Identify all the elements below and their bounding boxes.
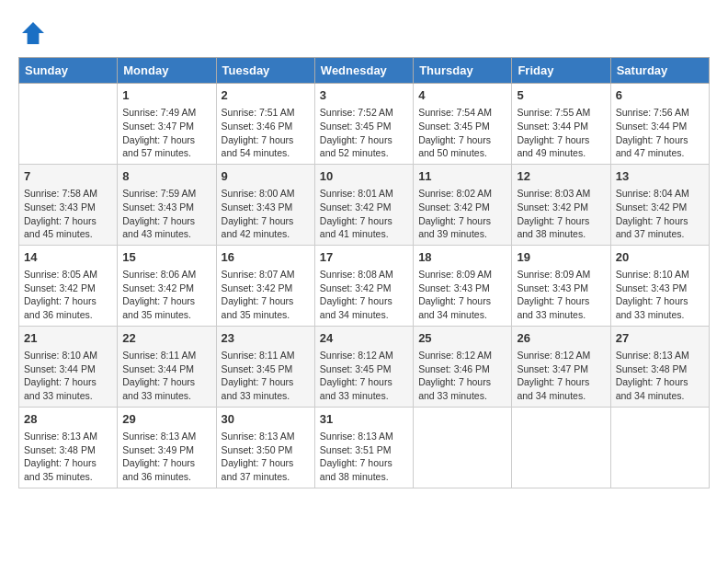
day-number: 3 [320,87,408,104]
calendar-cell: 31Sunrise: 8:13 AM Sunset: 3:51 PM Dayli… [314,407,413,488]
day-info: Sunrise: 8:02 AM Sunset: 3:42 PM Dayligh… [418,187,506,241]
logo [18,18,51,48]
calendar-cell [512,407,610,488]
day-number: 24 [320,330,408,347]
day-info: Sunrise: 7:51 AM Sunset: 3:46 PM Dayligh… [222,106,310,160]
calendar-cell: 29Sunrise: 8:13 AM Sunset: 3:49 PM Dayli… [118,407,216,488]
col-wednesday: Wednesday [314,58,413,84]
day-number: 21 [24,330,112,347]
day-number: 4 [418,87,506,104]
calendar-cell: 21Sunrise: 8:10 AM Sunset: 3:44 PM Dayli… [19,326,118,407]
day-number: 13 [616,168,704,185]
calendar-cell: 5Sunrise: 7:55 AM Sunset: 3:44 PM Daylig… [512,84,610,165]
day-number: 9 [222,168,310,185]
week-row-2: 7Sunrise: 7:58 AM Sunset: 3:43 PM Daylig… [19,164,710,245]
day-info: Sunrise: 7:52 AM Sunset: 3:45 PM Dayligh… [320,106,408,160]
day-number: 31 [320,411,408,428]
calendar-cell: 14Sunrise: 8:05 AM Sunset: 3:42 PM Dayli… [19,245,118,326]
calendar-cell: 7Sunrise: 7:58 AM Sunset: 3:43 PM Daylig… [19,164,118,245]
day-info: Sunrise: 8:12 AM Sunset: 3:46 PM Dayligh… [418,349,506,403]
day-number: 5 [517,87,605,104]
day-number: 1 [122,87,210,104]
col-thursday: Thursday [414,58,512,84]
svg-marker-0 [22,22,44,44]
day-info: Sunrise: 8:13 AM Sunset: 3:49 PM Dayligh… [122,430,210,484]
day-number: 29 [122,411,210,428]
calendar-cell: 20Sunrise: 8:10 AM Sunset: 3:43 PM Dayli… [610,245,709,326]
day-number: 28 [24,411,112,428]
day-info: Sunrise: 8:09 AM Sunset: 3:43 PM Dayligh… [418,268,506,322]
calendar-cell [19,84,118,165]
day-number: 20 [616,249,704,266]
day-number: 14 [24,249,112,266]
calendar-cell: 22Sunrise: 8:11 AM Sunset: 3:44 PM Dayli… [118,326,216,407]
day-info: Sunrise: 8:06 AM Sunset: 3:42 PM Dayligh… [122,268,210,322]
day-info: Sunrise: 8:13 AM Sunset: 3:48 PM Dayligh… [24,430,112,484]
calendar-cell: 1Sunrise: 7:49 AM Sunset: 3:47 PM Daylig… [118,84,216,165]
day-number: 7 [24,168,112,185]
day-info: Sunrise: 8:07 AM Sunset: 3:42 PM Dayligh… [222,268,310,322]
calendar-cell: 17Sunrise: 8:08 AM Sunset: 3:42 PM Dayli… [314,245,413,326]
calendar-cell: 30Sunrise: 8:13 AM Sunset: 3:50 PM Dayli… [216,407,314,488]
day-number: 25 [418,330,506,347]
day-info: Sunrise: 7:58 AM Sunset: 3:43 PM Dayligh… [24,187,112,241]
day-number: 27 [616,330,704,347]
col-friday: Friday [512,58,610,84]
calendar-cell: 24Sunrise: 8:12 AM Sunset: 3:45 PM Dayli… [314,326,413,407]
day-info: Sunrise: 7:49 AM Sunset: 3:47 PM Dayligh… [122,106,210,160]
col-monday: Monday [118,58,216,84]
calendar-cell: 9Sunrise: 8:00 AM Sunset: 3:43 PM Daylig… [216,164,314,245]
calendar-cell: 2Sunrise: 7:51 AM Sunset: 3:46 PM Daylig… [216,84,314,165]
page-header [18,18,710,48]
day-number: 12 [517,168,605,185]
calendar-cell: 16Sunrise: 8:07 AM Sunset: 3:42 PM Dayli… [216,245,314,326]
calendar-cell: 25Sunrise: 8:12 AM Sunset: 3:46 PM Dayli… [414,326,512,407]
day-info: Sunrise: 8:00 AM Sunset: 3:43 PM Dayligh… [222,187,310,241]
day-info: Sunrise: 8:11 AM Sunset: 3:44 PM Dayligh… [122,349,210,403]
day-info: Sunrise: 7:56 AM Sunset: 3:44 PM Dayligh… [616,106,704,160]
calendar-cell: 26Sunrise: 8:12 AM Sunset: 3:47 PM Dayli… [512,326,610,407]
day-number: 16 [222,249,310,266]
calendar-cell: 8Sunrise: 7:59 AM Sunset: 3:43 PM Daylig… [118,164,216,245]
calendar-cell: 6Sunrise: 7:56 AM Sunset: 3:44 PM Daylig… [610,84,709,165]
calendar-cell: 4Sunrise: 7:54 AM Sunset: 3:45 PM Daylig… [414,84,512,165]
calendar-cell: 11Sunrise: 8:02 AM Sunset: 3:42 PM Dayli… [414,164,512,245]
day-info: Sunrise: 7:55 AM Sunset: 3:44 PM Dayligh… [517,106,605,160]
day-number: 10 [320,168,408,185]
col-sunday: Sunday [19,58,118,84]
day-info: Sunrise: 8:12 AM Sunset: 3:47 PM Dayligh… [517,349,605,403]
day-info: Sunrise: 8:03 AM Sunset: 3:42 PM Dayligh… [517,187,605,241]
calendar-cell [610,407,709,488]
day-info: Sunrise: 8:08 AM Sunset: 3:42 PM Dayligh… [320,268,408,322]
day-number: 26 [517,330,605,347]
day-info: Sunrise: 8:13 AM Sunset: 3:48 PM Dayligh… [616,349,704,403]
day-number: 23 [222,330,310,347]
day-number: 17 [320,249,408,266]
day-info: Sunrise: 8:13 AM Sunset: 3:50 PM Dayligh… [222,430,310,484]
calendar-cell: 27Sunrise: 8:13 AM Sunset: 3:48 PM Dayli… [610,326,709,407]
day-number: 22 [122,330,210,347]
day-info: Sunrise: 7:59 AM Sunset: 3:43 PM Dayligh… [122,187,210,241]
day-info: Sunrise: 8:12 AM Sunset: 3:45 PM Dayligh… [320,349,408,403]
calendar-cell: 23Sunrise: 8:11 AM Sunset: 3:45 PM Dayli… [216,326,314,407]
week-row-4: 21Sunrise: 8:10 AM Sunset: 3:44 PM Dayli… [19,326,710,407]
calendar-cell: 10Sunrise: 8:01 AM Sunset: 3:42 PM Dayli… [314,164,413,245]
day-number: 15 [122,249,210,266]
calendar-cell: 3Sunrise: 7:52 AM Sunset: 3:45 PM Daylig… [314,84,413,165]
day-number: 30 [222,411,310,428]
day-number: 6 [616,87,704,104]
day-info: Sunrise: 8:01 AM Sunset: 3:42 PM Dayligh… [320,187,408,241]
day-info: Sunrise: 8:10 AM Sunset: 3:43 PM Dayligh… [616,268,704,322]
calendar-cell [414,407,512,488]
day-info: Sunrise: 8:04 AM Sunset: 3:42 PM Dayligh… [616,187,704,241]
day-info: Sunrise: 7:54 AM Sunset: 3:45 PM Dayligh… [418,106,506,160]
day-info: Sunrise: 8:11 AM Sunset: 3:45 PM Dayligh… [222,349,310,403]
logo-icon [18,18,48,48]
calendar-cell: 28Sunrise: 8:13 AM Sunset: 3:48 PM Dayli… [19,407,118,488]
col-saturday: Saturday [610,58,709,84]
calendar-cell: 19Sunrise: 8:09 AM Sunset: 3:43 PM Dayli… [512,245,610,326]
day-info: Sunrise: 8:13 AM Sunset: 3:51 PM Dayligh… [320,430,408,484]
day-number: 19 [517,249,605,266]
day-number: 11 [418,168,506,185]
calendar-cell: 13Sunrise: 8:04 AM Sunset: 3:42 PM Dayli… [610,164,709,245]
